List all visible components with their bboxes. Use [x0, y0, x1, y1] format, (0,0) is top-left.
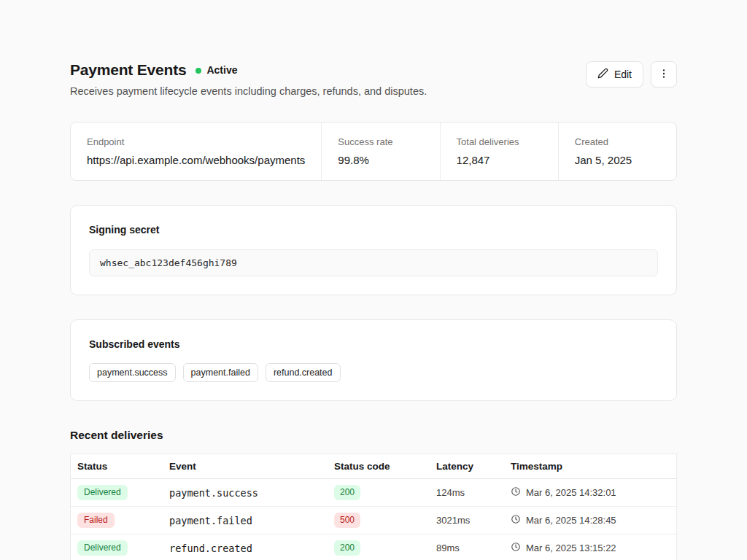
- webhook-detail-page: Payment Events Active Receives payment l…: [70, 0, 677, 560]
- stat-label: Endpoint: [87, 136, 305, 147]
- header-text-block: Payment Events Active Receives payment l…: [70, 61, 427, 97]
- status-code-badge: 200: [334, 485, 360, 501]
- more-options-button[interactable]: [651, 61, 677, 88]
- status-code-badge: 200: [334, 540, 360, 556]
- header-actions: Edit: [586, 61, 677, 88]
- status-code-badge: 500: [334, 513, 360, 529]
- signing-secret-card: Signing secret whsec_abc123def456ghi789: [70, 205, 677, 295]
- subscribed-events-card: Subscribed events payment.success paymen…: [70, 319, 677, 401]
- deliveries-table: Status Event Status code Latency Timesta…: [70, 454, 677, 560]
- stat-value: https://api.example.com/webhooks/payment…: [87, 154, 305, 166]
- stat-success-rate: Success rate 99.8%: [321, 122, 439, 180]
- stat-label: Total deliveries: [457, 136, 542, 147]
- event-chips: payment.success payment.failed refund.cr…: [89, 363, 658, 382]
- delivery-latency: 124ms: [436, 487, 511, 498]
- page-header: Payment Events Active Receives payment l…: [70, 61, 677, 97]
- table-row[interactable]: Delivered payment.success 200 124ms Mar …: [71, 479, 676, 507]
- delivery-timestamp: Mar 6, 2025 14:28:45: [526, 515, 616, 526]
- event-chip: payment.failed: [183, 363, 258, 382]
- delivery-event: payment.failed: [169, 515, 334, 526]
- column-header-event: Event: [169, 461, 334, 472]
- stat-value: Jan 5, 2025: [575, 154, 660, 166]
- delivery-latency: 3021ms: [436, 515, 511, 526]
- table-row[interactable]: Delivered refund.created 200 89ms Mar 6,…: [71, 534, 676, 560]
- recent-deliveries-title: Recent deliveries: [70, 429, 677, 442]
- column-header-latency: Latency: [436, 461, 511, 472]
- delivery-timestamp: Mar 6, 2025 13:15:22: [526, 542, 616, 553]
- delivery-status-badge: Failed: [77, 513, 115, 529]
- subscribed-events-title: Subscribed events: [89, 338, 658, 350]
- page-title: Payment Events: [70, 61, 186, 79]
- table-row[interactable]: Failed payment.failed 500 3021ms Mar 6, …: [71, 507, 676, 534]
- clock-icon: [511, 514, 521, 526]
- kebab-menu-icon: [658, 68, 670, 82]
- stat-value: 12,847: [457, 154, 542, 166]
- column-header-timestamp: Timestamp: [511, 461, 676, 472]
- active-status-dot: [196, 68, 201, 74]
- edit-button[interactable]: Edit: [586, 61, 643, 88]
- delivery-status-badge: Delivered: [77, 485, 128, 501]
- pencil-icon: [597, 68, 608, 81]
- event-chip: payment.success: [89, 363, 176, 382]
- status-badge: Active: [206, 64, 237, 76]
- signing-secret-title: Signing secret: [89, 224, 658, 236]
- delivery-event: payment.success: [169, 487, 334, 499]
- stat-endpoint: Endpoint https://api.example.com/webhook…: [71, 122, 321, 180]
- signing-secret-value[interactable]: whsec_abc123def456ghi789: [89, 249, 658, 276]
- stat-label: Success rate: [338, 136, 423, 147]
- column-header-status-code: Status code: [334, 461, 436, 472]
- stats-card: Endpoint https://api.example.com/webhook…: [70, 122, 677, 181]
- edit-button-label: Edit: [614, 69, 632, 80]
- stat-value: 99.8%: [338, 154, 423, 166]
- stat-total-deliveries: Total deliveries 12,847: [440, 122, 558, 180]
- delivery-latency: 89ms: [436, 542, 511, 553]
- event-chip: refund.created: [266, 363, 341, 382]
- table-header-row: Status Event Status code Latency Timesta…: [71, 454, 676, 479]
- page-description: Receives payment lifecycle events includ…: [70, 85, 427, 97]
- delivery-status-badge: Delivered: [77, 540, 128, 556]
- delivery-event: refund.created: [169, 542, 334, 554]
- title-line: Payment Events Active: [70, 61, 427, 79]
- stat-created: Created Jan 5, 2025: [558, 122, 676, 180]
- column-header-status: Status: [77, 461, 169, 472]
- clock-icon: [511, 542, 521, 554]
- delivery-timestamp: Mar 6, 2025 14:32:01: [526, 487, 616, 498]
- clock-icon: [511, 486, 521, 499]
- stat-label: Created: [575, 136, 660, 147]
